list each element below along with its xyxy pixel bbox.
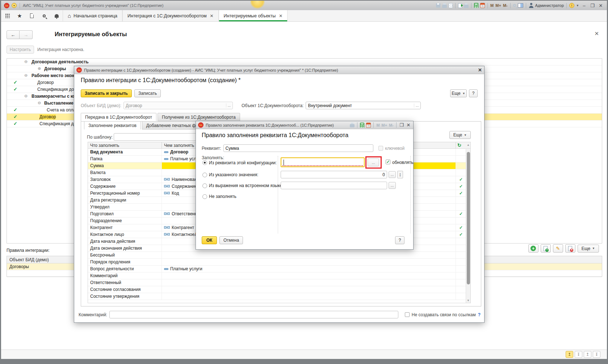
history-icon[interactable] [26, 10, 38, 21]
scroll-last-icon[interactable]: ↧ [575, 351, 582, 358]
notifications-bell-icon[interactable] [50, 10, 63, 21]
ellipsis-button[interactable]: ... [226, 103, 231, 107]
radio-from-fixed-value[interactable] [202, 173, 207, 177]
tab-receive-from-do[interactable]: Получение из 1С:Документооборота [158, 113, 240, 121]
memory-button[interactable]: М [490, 3, 494, 8]
delete-button[interactable]: ✕ [565, 244, 575, 253]
table-row[interactable]: Вопрос деятельностиПлатные услуги [88, 266, 470, 272]
search-icon[interactable] [38, 10, 50, 21]
radio-from-config-attribute[interactable] [202, 160, 207, 165]
subtab-fill-attributes[interactable]: Заполнение реквизитов [84, 121, 141, 130]
memory-plus-button[interactable]: М+ [495, 3, 501, 8]
expand-plus-icon[interactable]: ⊕ [38, 66, 41, 71]
save-button[interactable]: Записать [134, 89, 161, 97]
close-button[interactable]: ✕ [597, 3, 604, 8]
tab-close-icon[interactable]: ✕ [279, 13, 282, 18]
dialog-close-icon[interactable]: ✕ [478, 67, 482, 73]
maximize-button[interactable]: ❒ [399, 122, 404, 128]
column-what[interactable]: Что заполнять [88, 142, 162, 148]
collapse-minus-icon[interactable]: ⊖ [24, 94, 28, 98]
window-tab[interactable]: ⌂Начальная страница [63, 10, 122, 21]
scroll-up-icon[interactable]: ↥ [584, 351, 591, 358]
save-copy-icon[interactable] [464, 5, 469, 8]
scrollbar-up-icon[interactable]: ▲ [467, 143, 470, 147]
chevron-down-icon[interactable]: ▼ [576, 4, 579, 7]
rules-more-button[interactable]: Еще▼ [578, 245, 599, 253]
table-row[interactable]: Ответственный [88, 279, 470, 286]
key-checkbox[interactable] [378, 146, 383, 151]
info-icon[interactable] [569, 3, 574, 8]
print-icon[interactable] [442, 5, 447, 8]
page-close-icon[interactable]: ✕ [594, 30, 599, 37]
collapse-minus-icon[interactable]: ⊖ [38, 101, 41, 105]
table-row[interactable]: Состояние утверждения [88, 293, 470, 300]
radio-from-expression[interactable] [202, 183, 207, 188]
no-links-checkbox[interactable] [405, 312, 410, 317]
help-button[interactable]: ? [469, 89, 478, 97]
help-link[interactable]: ? [478, 312, 481, 317]
split-view-icon[interactable] [518, 3, 523, 8]
window-tab[interactable]: Интегрируемые объекты✕ [219, 10, 288, 21]
help-button[interactable]: ? [395, 236, 404, 244]
main-menu-dropdown-icon[interactable]: ▼ [12, 3, 17, 8]
zoom-icon[interactable] [513, 4, 516, 7]
calculator-icon[interactable] [474, 3, 478, 8]
dialog-titlebar[interactable]: 1с Правило заполнения реквизита 1С:Докум… [196, 121, 413, 129]
calculator-icon[interactable] [360, 123, 364, 128]
tab-close-icon[interactable]: ✕ [210, 13, 214, 18]
calendar-icon[interactable]: 31 [366, 123, 371, 128]
radio-no-fill[interactable] [202, 194, 207, 199]
dialog-close-icon[interactable]: ✕ [406, 122, 411, 128]
table-row[interactable]: Комментарий [88, 272, 470, 279]
dialog-titlebar[interactable]: 1с Правило интеграции с 1С:Документообор… [74, 66, 484, 74]
memory-minus-button[interactable]: М- [503, 3, 508, 8]
save-icon[interactable] [436, 3, 440, 8]
scrollbar-thumb[interactable] [467, 152, 470, 284]
table-row[interactable]: Состояние согласования [88, 286, 470, 293]
add-button[interactable]: + [528, 244, 538, 253]
calendar-icon[interactable]: 31 [480, 3, 485, 8]
comment-field[interactable] [109, 311, 398, 318]
collapse-minus-icon[interactable]: ⊖ [24, 73, 28, 78]
object-do-field[interactable]: Внутренний документ... [306, 102, 421, 109]
copy-button[interactable]: + [541, 244, 551, 253]
expression-ellipsis-button[interactable]: ... [389, 182, 396, 189]
fixed-value-field[interactable]: 0 [281, 171, 387, 178]
fixed-value-ellipsis-button[interactable]: ... [389, 171, 396, 178]
menu-grid-icon[interactable] [1, 10, 13, 21]
panel-more-button[interactable]: Еще▼ [449, 131, 471, 139]
minimize-button[interactable]: – [581, 3, 587, 8]
user-name[interactable]: Администратор [535, 3, 564, 8]
attach-link-icon[interactable] [458, 3, 462, 8]
tree-row[interactable]: ⊖Договорная деятельность [7, 59, 602, 65]
config-attribute-field[interactable] [281, 157, 365, 167]
table-row[interactable]: Бессрочный [88, 252, 470, 259]
fixed-value-spinner[interactable]: ▲▼ [397, 171, 403, 178]
scroll-down-icon[interactable]: ↧ [593, 351, 600, 358]
row-check-icon [456, 272, 466, 279]
configure-button[interactable]: Настроить [7, 46, 34, 54]
restore-button[interactable]: ❒ [589, 3, 596, 8]
save-and-close-button[interactable]: Записать и закрыть [81, 89, 132, 97]
expression-field[interactable] [281, 182, 387, 189]
print-preview-icon[interactable] [449, 3, 453, 8]
table-row[interactable]: Порядок продления [88, 259, 470, 266]
more-button[interactable]: Еще▼ [450, 89, 467, 97]
back-button[interactable]: ← [7, 30, 20, 39]
object-bid-field[interactable]: Договор... [123, 102, 233, 109]
cancel-button[interactable]: Отмена [219, 236, 243, 244]
favorites-star-icon[interactable]: ★ [13, 10, 26, 21]
table-scrollbar[interactable]: ▲ ▼ [466, 149, 470, 303]
print-icon[interactable] [350, 124, 355, 127]
edit-button[interactable]: ✎ [553, 244, 563, 253]
forward-button[interactable]: → [20, 30, 33, 39]
window-tab[interactable]: Интеграция с 1С:Документооборотом✕ [122, 10, 219, 21]
attribute-field[interactable]: Сумма [223, 144, 373, 152]
ok-button[interactable]: ОК [202, 236, 217, 244]
tab-send-to-do[interactable]: Передача в 1С:Документооборот [81, 113, 156, 121]
ellipsis-button[interactable]: ... [414, 103, 419, 107]
scroll-first-icon[interactable]: ↥ [566, 351, 573, 358]
update-checkbox[interactable]: ✓ [386, 160, 390, 164]
scrollbar-down-icon[interactable]: ▼ [467, 299, 470, 302]
collapse-minus-icon[interactable]: ⊖ [24, 59, 28, 64]
